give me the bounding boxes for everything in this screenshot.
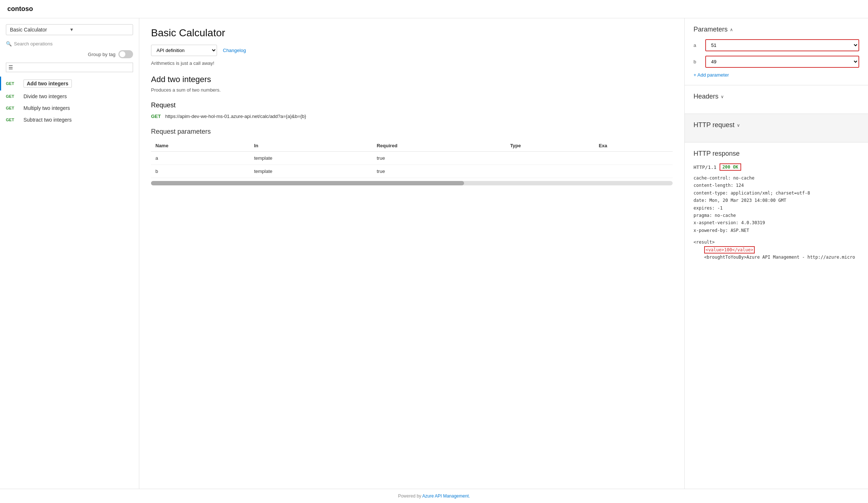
param-b-row: b 49 bbox=[694, 56, 859, 68]
op-item-multiply[interactable]: GET Multiply two integers bbox=[0, 102, 139, 114]
headers-section: Headers ∨ bbox=[685, 85, 868, 114]
method-badge-multiply: GET bbox=[6, 106, 19, 110]
group-by-tag-row: Group by tag bbox=[6, 50, 133, 58]
http-request-section: HTTP request ∨ bbox=[685, 114, 868, 143]
response-header-line: pragma: no-cache bbox=[694, 212, 859, 219]
toggle-slider bbox=[118, 50, 133, 58]
response-header-line: x-aspnet-version: 4.0.30319 bbox=[694, 219, 859, 226]
footer: Powered by Azure API Management. bbox=[0, 489, 868, 503]
top-bar: contoso bbox=[0, 0, 868, 18]
param-in-a: template bbox=[250, 152, 372, 165]
chevron-down-icon: ▼ bbox=[70, 27, 129, 32]
group-by-tag-label: Group by tag bbox=[88, 52, 115, 57]
operations-list: GET Add two integers GET Divide two inte… bbox=[0, 77, 139, 126]
sidebar: Basic Calculator ▼ 🔍 Group by tag ☰ GET … bbox=[0, 18, 139, 489]
search-icon: 🔍 bbox=[6, 41, 12, 47]
main-content: Basic Calculator API definition Changelo… bbox=[139, 18, 685, 489]
api-description: Arithmetics is just a call away! bbox=[151, 60, 673, 66]
right-panel: Parameters ∧ a 51 b 49 + Add parameter H… bbox=[685, 18, 868, 489]
http-request-chevron-icon: ∨ bbox=[737, 123, 740, 128]
op-name-divide: Divide two integers bbox=[23, 93, 67, 99]
request-url: https://apim-dev-we-hol-ms-01.azure-api.… bbox=[165, 114, 306, 119]
api-dropdown[interactable]: Basic Calculator ▼ bbox=[6, 24, 133, 35]
add-param-button[interactable]: + Add parameter bbox=[694, 72, 859, 78]
param-a-select[interactable]: 51 bbox=[705, 39, 859, 51]
request-params-title: Request parameters bbox=[151, 128, 673, 136]
parameters-title: Parameters ∧ bbox=[694, 26, 859, 33]
filter-icon: ☰ bbox=[8, 64, 13, 70]
op-name-add: Add two integers bbox=[23, 79, 72, 88]
response-headers: cache-control: no-cache content-length: … bbox=[694, 174, 859, 234]
op-item-subtract[interactable]: GET Subtract two integers bbox=[0, 114, 139, 126]
table-row: b template true bbox=[151, 165, 673, 178]
param-a-label: a bbox=[694, 42, 701, 48]
param-in-b: template bbox=[250, 165, 372, 178]
col-name: Name bbox=[151, 140, 250, 152]
main-layout: Basic Calculator ▼ 🔍 Group by tag ☰ GET … bbox=[0, 18, 868, 489]
api-dropdown-label: Basic Calculator bbox=[10, 27, 70, 33]
param-type-a bbox=[506, 152, 595, 165]
parameters-section: Parameters ∧ a 51 b 49 + Add parameter bbox=[685, 18, 868, 85]
http-version: HTTP/1.1 bbox=[694, 164, 717, 170]
group-by-tag-toggle[interactable] bbox=[118, 50, 133, 58]
http-request-title: HTTP request ∨ bbox=[694, 121, 859, 129]
page-title: Basic Calculator bbox=[151, 27, 673, 39]
param-example-a bbox=[594, 152, 673, 165]
response-header-line: date: Mon, 20 Mar 2023 14:08:00 GMT bbox=[694, 197, 859, 204]
api-def-row: API definition Changelog bbox=[151, 45, 673, 56]
horizontal-scrollbar[interactable] bbox=[151, 181, 673, 185]
request-title: Request bbox=[151, 101, 673, 109]
param-example-b bbox=[594, 165, 673, 178]
param-type-b bbox=[506, 165, 595, 178]
request-method: GET bbox=[151, 114, 161, 119]
footer-text: Powered by bbox=[398, 493, 422, 499]
param-name-b: b bbox=[151, 165, 250, 178]
api-def-select[interactable]: API definition bbox=[151, 45, 217, 56]
response-body-value-line: <value>100</value> bbox=[694, 246, 859, 254]
response-header-line: content-type: application/xml; charset=u… bbox=[694, 189, 859, 197]
method-badge-add: GET bbox=[6, 81, 19, 86]
table-row: a template true bbox=[151, 152, 673, 165]
operation-title: Add two integers bbox=[151, 75, 673, 84]
response-body-attribution: <broughtToYouBy>Azure API Management - h… bbox=[694, 254, 859, 261]
headers-title: Headers ∨ bbox=[694, 93, 859, 100]
param-required-a: true bbox=[372, 152, 506, 165]
col-example: Exa bbox=[594, 140, 673, 152]
response-header-line: cache-control: no-cache bbox=[694, 174, 859, 182]
col-in: In bbox=[250, 140, 372, 152]
response-header-line: expires: -1 bbox=[694, 204, 859, 212]
method-badge-subtract: GET bbox=[6, 118, 19, 122]
search-input[interactable] bbox=[14, 41, 133, 47]
search-row: 🔍 bbox=[6, 41, 133, 47]
param-b-label: b bbox=[694, 59, 701, 64]
parameters-chevron-icon: ∧ bbox=[730, 27, 733, 32]
footer-link[interactable]: Azure API Management. bbox=[422, 493, 470, 499]
response-header-line: x-powered-by: ASP.NET bbox=[694, 227, 859, 234]
response-body-result-open: <result> bbox=[694, 238, 859, 246]
headers-chevron-icon: ∨ bbox=[721, 94, 724, 99]
request-url-row: GET https://apim-dev-we-hol-ms-01.azure-… bbox=[151, 114, 673, 119]
col-type: Type bbox=[506, 140, 595, 152]
logo: contoso bbox=[7, 5, 33, 12]
changelog-link[interactable]: Changelog bbox=[223, 48, 246, 53]
response-body: <result> <value>100</value> <broughtToYo… bbox=[694, 238, 859, 261]
op-name-multiply: Multiply two integers bbox=[23, 105, 70, 111]
http-response-title: HTTP response bbox=[694, 150, 859, 158]
param-required-b: true bbox=[372, 165, 506, 178]
param-a-row: a 51 bbox=[694, 39, 859, 51]
op-name-subtract: Subtract two integers bbox=[23, 117, 72, 123]
filter-button[interactable]: ☰ bbox=[6, 63, 133, 72]
param-b-select[interactable]: 49 bbox=[705, 56, 859, 68]
params-table: Name In Required Type Exa a template tru… bbox=[151, 140, 673, 178]
scrollbar-thumb bbox=[151, 181, 464, 185]
param-name-a: a bbox=[151, 152, 250, 165]
response-header-line: content-length: 124 bbox=[694, 182, 859, 189]
op-item-divide[interactable]: GET Divide two integers bbox=[0, 90, 139, 102]
col-required: Required bbox=[372, 140, 506, 152]
http-status-row: HTTP/1.1 200 OK bbox=[694, 163, 859, 171]
op-description: Produces a sum of two numbers. bbox=[151, 87, 673, 93]
response-value: <value>100</value> bbox=[704, 246, 755, 254]
op-item-add[interactable]: GET Add two integers bbox=[0, 77, 139, 90]
method-badge-divide: GET bbox=[6, 94, 19, 99]
http-response-section: HTTP response HTTP/1.1 200 OK cache-cont… bbox=[685, 143, 868, 268]
